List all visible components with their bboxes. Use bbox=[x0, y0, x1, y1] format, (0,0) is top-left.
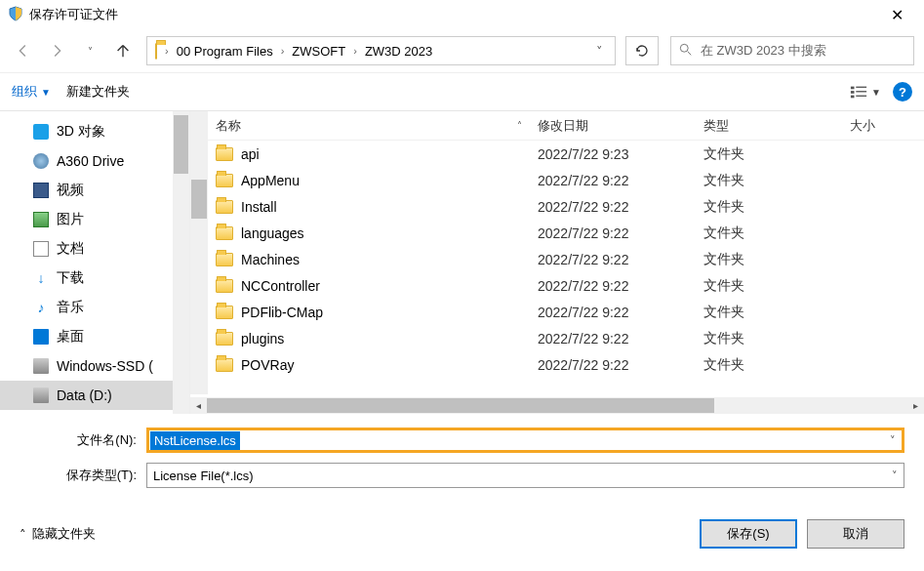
document-icon bbox=[33, 241, 49, 257]
file-date: 2022/7/22 9:22 bbox=[530, 305, 696, 320]
sidebar-item-disk-d[interactable]: Data (D:) bbox=[0, 381, 189, 410]
svg-point-0 bbox=[680, 44, 688, 52]
search-input[interactable]: 在 ZW3D 2023 中搜索 bbox=[670, 36, 914, 65]
chevron-right-icon[interactable]: › bbox=[163, 45, 171, 57]
file-date: 2022/7/22 9:23 bbox=[530, 146, 696, 162]
shield-icon bbox=[8, 6, 23, 24]
folder-icon bbox=[216, 279, 233, 293]
refresh-button[interactable] bbox=[625, 36, 659, 65]
file-row[interactable]: PDFlib-CMap 2022/7/22 9:22 文件夹 bbox=[208, 299, 924, 325]
cancel-button[interactable]: 取消 bbox=[807, 519, 904, 549]
column-header-size[interactable]: 大小 bbox=[842, 111, 901, 140]
folder-icon bbox=[216, 332, 233, 346]
up-button[interactable] bbox=[109, 37, 137, 64]
hide-folders-toggle[interactable]: ˄ 隐藏文件夹 bbox=[20, 525, 96, 543]
svg-rect-2 bbox=[851, 87, 855, 90]
chevron-up-icon: ˄ bbox=[20, 527, 26, 542]
column-header-type[interactable]: 类型 bbox=[696, 111, 842, 140]
filename-input[interactable]: NstLicense.lcs ˅ bbox=[146, 428, 904, 453]
sidebar-item-3d[interactable]: 3D 对象 bbox=[0, 117, 189, 146]
view-menu[interactable]: ▼ bbox=[850, 84, 881, 100]
content-hscrollbar[interactable]: ◂ ▸ bbox=[190, 397, 924, 414]
breadcrumb-seg[interactable]: ZWSOFT bbox=[288, 37, 349, 64]
recent-dropdown[interactable]: ˅ bbox=[76, 37, 103, 64]
folder-icon bbox=[216, 200, 233, 214]
column-header-date[interactable]: 修改日期 bbox=[530, 111, 696, 140]
file-row[interactable]: api 2022/7/22 9:23 文件夹 bbox=[208, 141, 924, 167]
music-icon: ♪ bbox=[33, 300, 49, 315]
scroll-left-arrow[interactable]: ◂ bbox=[190, 400, 207, 411]
sidebar-item-a360[interactable]: A360 Drive bbox=[0, 146, 189, 176]
file-row[interactable]: Machines 2022/7/22 9:22 文件夹 bbox=[208, 246, 924, 272]
file-type: 文件夹 bbox=[696, 251, 842, 268]
content-vscrollbar[interactable] bbox=[190, 111, 208, 394]
scrollbar-thumb[interactable] bbox=[207, 398, 714, 413]
folder-icon bbox=[216, 147, 233, 161]
back-button[interactable] bbox=[10, 37, 37, 64]
svg-rect-5 bbox=[856, 91, 866, 92]
column-header-name[interactable]: 名称˄ bbox=[208, 111, 530, 140]
video-icon bbox=[33, 183, 49, 198]
scrollbar-thumb[interactable] bbox=[174, 115, 188, 174]
folder-icon bbox=[216, 226, 233, 240]
breadcrumb-seg[interactable]: 00 Program Files bbox=[173, 37, 277, 64]
file-name: NCController bbox=[241, 278, 320, 294]
chevron-down-icon: ▼ bbox=[871, 87, 881, 98]
folder-icon bbox=[155, 44, 157, 59]
folder-icon bbox=[216, 358, 233, 372]
search-placeholder: 在 ZW3D 2023 中搜索 bbox=[701, 42, 905, 60]
sidebar-item-videos[interactable]: 视频 bbox=[0, 176, 189, 205]
window-title: 保存许可证文件 bbox=[29, 6, 877, 23]
sidebar-item-music[interactable]: ♪音乐 bbox=[0, 293, 189, 322]
file-row[interactable]: languages 2022/7/22 9:22 文件夹 bbox=[208, 220, 924, 246]
chevron-down-icon[interactable]: ˅ bbox=[892, 469, 898, 482]
picture-icon bbox=[33, 212, 49, 227]
folder-icon bbox=[216, 306, 233, 319]
chevron-right-icon[interactable]: › bbox=[351, 45, 359, 57]
sidebar: 3D 对象 A360 Drive 视频 图片 文档 ↓下载 ♪音乐 桌面 Win… bbox=[0, 111, 189, 414]
organize-menu[interactable]: 组织 ▼ bbox=[12, 83, 51, 101]
forward-button[interactable] bbox=[43, 37, 70, 64]
file-row[interactable]: AppMenu 2022/7/22 9:22 文件夹 bbox=[208, 167, 924, 193]
sidebar-item-disk-c[interactable]: Windows-SSD ( bbox=[0, 351, 189, 381]
file-date: 2022/7/22 9:22 bbox=[530, 278, 696, 294]
breadcrumb[interactable]: › 00 Program Files › ZWSOFT › ZW3D 2023 … bbox=[146, 36, 616, 65]
sidebar-scrollbar[interactable] bbox=[173, 111, 189, 414]
sidebar-item-pictures[interactable]: 图片 bbox=[0, 205, 189, 234]
file-name: AppMenu bbox=[241, 173, 300, 188]
help-button[interactable]: ? bbox=[893, 82, 912, 102]
scroll-right-arrow[interactable]: ▸ bbox=[907, 400, 924, 411]
file-row[interactable]: NCController 2022/7/22 9:22 文件夹 bbox=[208, 272, 924, 299]
list-view-icon bbox=[850, 84, 867, 100]
file-name: plugins bbox=[241, 331, 284, 347]
file-list: api 2022/7/22 9:23 文件夹 AppMenu 2022/7/22… bbox=[208, 141, 924, 397]
scrollbar-thumb[interactable] bbox=[191, 180, 207, 219]
close-button[interactable]: ✕ bbox=[877, 6, 916, 24]
file-row[interactable]: Install 2022/7/22 9:22 文件夹 bbox=[208, 193, 924, 220]
file-type: 文件夹 bbox=[696, 330, 842, 347]
save-button[interactable]: 保存(S) bbox=[700, 519, 797, 549]
file-date: 2022/7/22 9:22 bbox=[530, 331, 696, 347]
filetype-select[interactable]: License File(*.lcs) ˅ bbox=[146, 463, 904, 488]
chevron-down-icon: ▼ bbox=[41, 87, 51, 98]
disk-icon bbox=[33, 358, 49, 374]
sidebar-item-downloads[interactable]: ↓下载 bbox=[0, 264, 189, 293]
breadcrumb-dropdown[interactable]: ˅ bbox=[588, 44, 611, 59]
file-type: 文件夹 bbox=[696, 304, 842, 321]
svg-rect-3 bbox=[856, 87, 866, 88]
file-row[interactable]: POVRay 2022/7/22 9:22 文件夹 bbox=[208, 351, 924, 378]
sort-indicator: ˄ bbox=[517, 120, 522, 131]
file-date: 2022/7/22 9:22 bbox=[530, 199, 696, 215]
sidebar-item-desktop[interactable]: 桌面 bbox=[0, 322, 189, 351]
chevron-right-icon[interactable]: › bbox=[279, 45, 287, 57]
chevron-down-icon[interactable]: ˅ bbox=[890, 434, 896, 447]
file-type: 文件夹 bbox=[696, 277, 842, 295]
file-type: 文件夹 bbox=[696, 172, 842, 189]
file-row[interactable]: plugins 2022/7/22 9:22 文件夹 bbox=[208, 325, 924, 351]
new-folder-button[interactable]: 新建文件夹 bbox=[66, 83, 130, 101]
sidebar-item-documents[interactable]: 文档 bbox=[0, 234, 189, 264]
filename-label: 文件名(N): bbox=[20, 431, 146, 449]
file-name: Install bbox=[241, 199, 277, 215]
breadcrumb-seg[interactable]: ZW3D 2023 bbox=[361, 37, 436, 64]
folder-icon bbox=[216, 174, 233, 187]
